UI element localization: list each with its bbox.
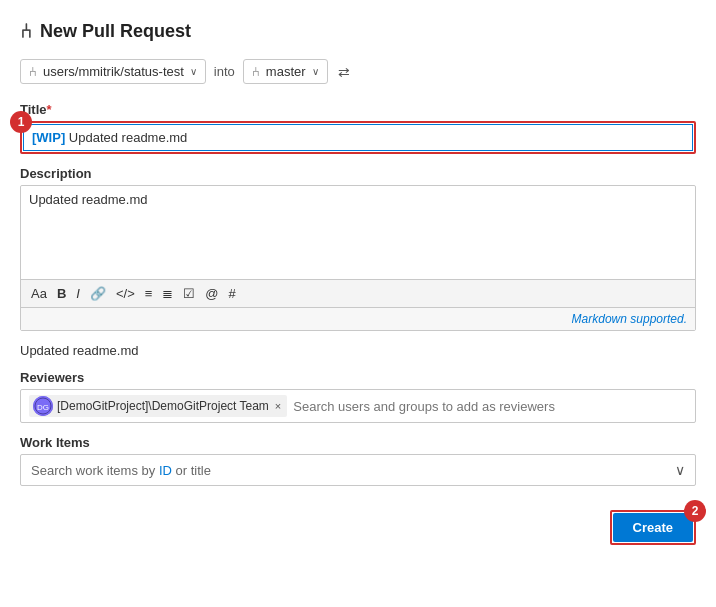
create-button[interactable]: Create [613, 513, 693, 542]
swap-branches-button[interactable]: ⇄ [336, 62, 352, 82]
target-branch-select[interactable]: ⑃ master ∨ [243, 59, 328, 84]
description-footer: Markdown supported. [21, 307, 695, 330]
toolbar-bullet-list[interactable]: ≡ [141, 284, 157, 303]
work-items-label: Work Items [20, 435, 696, 450]
create-button-outer: Create [610, 510, 696, 545]
page-title: New Pull Request [40, 21, 191, 42]
work-items-id-text: ID [159, 463, 172, 478]
commit-item: Updated readme.md [20, 343, 696, 358]
title-input-wrapper: 1 [WIP] [20, 121, 696, 154]
pr-icon: ⑃ [20, 20, 32, 43]
reviewer-remove-button[interactable]: × [273, 400, 283, 412]
title-field-outer: [WIP] [20, 121, 696, 154]
commits-section: Updated readme.md [20, 343, 696, 358]
toolbar-numbered-list[interactable]: ≣ [158, 284, 177, 303]
title-label: Title* [20, 102, 696, 117]
target-branch-name: master [266, 64, 306, 79]
toolbar-link[interactable]: 🔗 [86, 284, 110, 303]
target-branch-chevron: ∨ [312, 66, 319, 77]
action-row: 2 Create [20, 510, 696, 545]
reviewer-search-input[interactable] [293, 399, 687, 414]
svg-text:DG: DG [37, 403, 49, 412]
source-branch-chevron: ∨ [190, 66, 197, 77]
reviewer-name: [DemoGitProject]\DemoGitProject Team [57, 399, 269, 413]
toolbar-font-size[interactable]: Aa [27, 284, 51, 303]
step-2-badge: 2 [684, 500, 706, 522]
reviewer-tag: DG [DemoGitProject]\DemoGitProject Team … [29, 395, 287, 417]
description-wrapper: Updated readme.md Aa B I 🔗 </> ≡ ≣ ☑ @ #… [20, 185, 696, 331]
title-form-group: Title* 1 [WIP] [20, 102, 696, 154]
work-items-section: Work Items Search work items by ID or ti… [20, 435, 696, 486]
title-field-inner: [WIP] [23, 124, 693, 151]
toolbar-mention[interactable]: @ [201, 284, 222, 303]
page-header: ⑃ New Pull Request [20, 20, 696, 43]
description-toolbar: Aa B I 🔗 </> ≡ ≣ ☑ @ # [21, 279, 695, 307]
source-branch-icon: ⑃ [29, 64, 37, 79]
toolbar-hash[interactable]: # [225, 284, 240, 303]
create-button-wrapper: 2 Create [610, 510, 696, 545]
description-textarea[interactable]: Updated readme.md [21, 186, 695, 276]
title-input[interactable] [65, 130, 684, 145]
source-branch-select[interactable]: ⑃ users/mmitrik/status-test ∨ [20, 59, 206, 84]
toolbar-checklist[interactable]: ☑ [179, 284, 199, 303]
description-form-group: Description Updated readme.md Aa B I 🔗 <… [20, 166, 696, 331]
work-items-placeholder: Search work items by ID or title [31, 463, 211, 478]
markdown-note: Markdown supported. [572, 312, 687, 326]
toolbar-bold[interactable]: B [53, 284, 70, 303]
into-label: into [214, 64, 235, 79]
branch-row: ⑃ users/mmitrik/status-test ∨ into ⑃ mas… [20, 59, 696, 84]
work-items-dropdown[interactable]: Search work items by ID or title ∨ [20, 454, 696, 486]
reviewers-field[interactable]: DG [DemoGitProject]\DemoGitProject Team … [20, 389, 696, 423]
reviewers-section: Reviewers DG [DemoGitProject]\DemoGitPro… [20, 370, 696, 423]
title-wip: [WIP] [32, 130, 65, 145]
step-1-badge: 1 [10, 111, 32, 133]
reviewers-label: Reviewers [20, 370, 696, 385]
target-branch-icon: ⑃ [252, 64, 260, 79]
source-branch-name: users/mmitrik/status-test [43, 64, 184, 79]
reviewer-avatar: DG [33, 396, 53, 416]
work-items-chevron-icon: ∨ [675, 462, 685, 478]
toolbar-code[interactable]: </> [112, 284, 139, 303]
work-items-or-title: or title [172, 463, 211, 478]
description-label: Description [20, 166, 696, 181]
toolbar-italic[interactable]: I [72, 284, 84, 303]
